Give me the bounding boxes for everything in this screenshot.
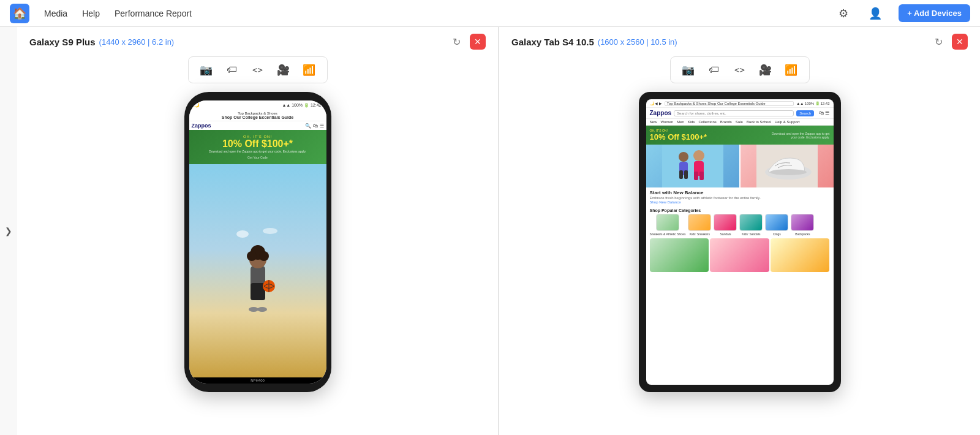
category-label-2: Sandals <box>720 232 731 236</box>
tablet-nav-collections[interactable]: Collections <box>698 120 716 124</box>
settings-icon[interactable]: ⚙ <box>835 5 852 22</box>
sidebar-toggle[interactable]: ❯ <box>0 27 17 435</box>
nav-link-media[interactable]: Media <box>44 9 67 18</box>
tablet-promo-left: OH, IT'S ON! 10% Off $100+* <box>650 129 707 142</box>
phone-toolbar: 📷 🏷 <> 🎥 📶 <box>188 56 328 83</box>
phone-ad-bar: Top Backpacks & Shoes Shop Our College E… <box>189 110 326 121</box>
tablet-promo-right: Download and open the Zappos app to get … <box>769 132 830 139</box>
tablet-nav-kids[interactable]: Kids <box>688 120 695 124</box>
tablet-new-balance-section: Start with New Balance Embrace fresh beg… <box>646 187 834 206</box>
category-item-1[interactable]: Kids' Sneakers <box>688 214 711 236</box>
tablet-nav-help[interactable]: Help & Support <box>775 120 800 124</box>
phone-refresh-icon[interactable]: ↻ <box>448 33 465 50</box>
category-item-5[interactable]: Backpacks <box>791 214 814 236</box>
devices-area: Galaxy S9 Plus (1440 x 2960 | 6.2 in) ↻ … <box>17 27 980 435</box>
category-item-2[interactable]: Sandals <box>714 214 737 236</box>
device-panel-phone: Galaxy S9 Plus (1440 x 2960 | 6.2 in) ↻ … <box>17 27 499 435</box>
category-thumb-5 <box>791 214 814 231</box>
tablet-section-sub: Embrace fresh beginnings with athletic f… <box>650 196 830 200</box>
svg-point-23 <box>770 169 807 175</box>
device-panel-tablet: Galaxy Tab S4 10.5 (1600 x 2560 | 10.5 i… <box>499 27 980 435</box>
phone-promo-cta: Get Your Code <box>193 156 323 159</box>
category-thumb-4 <box>765 214 788 231</box>
svg-point-7 <box>259 251 269 261</box>
tablet-device-specs: (1600 x 2560 | 10.5 in) <box>598 37 677 47</box>
account-icon[interactable]: 👤 <box>867 5 884 22</box>
tablet-categories-title: Shop Popular Categories <box>646 206 834 214</box>
phone-toolbar-wifi[interactable]: 📶 <box>300 61 318 79</box>
tablet-refresh-icon[interactable]: ↻ <box>930 33 947 50</box>
category-thumb-0 <box>656 214 679 231</box>
tablet-url-bar[interactable]: Top Backpacks & Shoes Shop Our College E… <box>665 101 794 106</box>
tablet-header-actions: ↻ ✕ <box>930 33 968 50</box>
tablet-zappos-logo: Zappos <box>650 110 672 116</box>
tablet-bottom-image-1 <box>650 238 709 272</box>
tablet-zappos-header: Zappos Search 🛍 ☰ <box>646 108 834 119</box>
svg-rect-16 <box>684 170 688 179</box>
main-area: ❯ Galaxy S9 Plus (1440 x 2960 | 6.2 in) … <box>0 27 980 435</box>
category-label-5: Backpacks <box>795 232 810 236</box>
tablet-nav-brands[interactable]: Brands <box>720 120 732 124</box>
svg-point-10 <box>249 307 258 312</box>
nav-link-performance-report[interactable]: Performance Report <box>115 9 192 18</box>
phone-promo-banner: OH, IT'S ON! 10% Off $100+* Download and… <box>189 130 326 164</box>
svg-point-6 <box>247 251 257 261</box>
tablet-nav-new[interactable]: New <box>650 120 657 124</box>
category-label-0: Sneakers & Athletic Shoes <box>650 232 686 236</box>
tablet-nav-women[interactable]: Women <box>661 120 674 124</box>
tablet-sneaker-svg <box>741 145 834 187</box>
category-item-3[interactable]: Kids' Sandals <box>739 214 763 236</box>
nav-link-help[interactable]: Help <box>82 9 100 18</box>
tablet-grid-image-1 <box>646 145 739 187</box>
home-icon: 🏠 <box>13 7 26 20</box>
tablet-nav-sale[interactable]: Sale <box>736 120 743 124</box>
phone-toolbar-screenshot[interactable]: 📷 <box>197 61 216 79</box>
tablet-toolbar-video[interactable]: 🎥 <box>756 61 775 79</box>
tablet-bottom-image-2 <box>710 238 769 272</box>
tablet-nav-bar: New Women Men Kids Collections Brands Sa… <box>646 119 834 126</box>
phone-toolbar-video[interactable]: 🎥 <box>274 61 293 79</box>
tablet-toolbar-tag[interactable]: 🏷 <box>705 61 723 79</box>
add-devices-button[interactable]: + Add Devices <box>899 4 970 22</box>
tablet-search-input[interactable] <box>674 110 794 116</box>
svg-rect-19 <box>694 172 698 180</box>
tablet-search-button[interactable]: Search <box>796 110 814 116</box>
tablet-section-title: Start with New Balance <box>650 190 830 195</box>
category-thumb-2 <box>714 214 737 231</box>
phone-promo-headline: 10% Off $100+* <box>193 138 323 149</box>
phone-device-specs: (1440 x 2960 | 6.2 in) <box>99 37 175 47</box>
phone-close-button[interactable]: ✕ <box>470 34 486 50</box>
tablet-toolbar-wifi[interactable]: 📶 <box>782 61 801 79</box>
tablet-grid-image-2 <box>741 145 834 187</box>
tablet-image-grid <box>646 145 834 187</box>
category-thumb-3 <box>739 214 763 231</box>
phone-zappos-logo: Zappos <box>192 123 211 129</box>
phone-toolbar-tag[interactable]: 🏷 <box>223 61 241 79</box>
tablet-nav-men[interactable]: Men <box>677 120 684 124</box>
home-logo[interactable]: 🏠 <box>10 4 29 23</box>
tablet-toolbar: 📷 🏷 <> 🎥 📶 <box>670 56 810 83</box>
tablet-bottom-image-3 <box>771 238 830 272</box>
tablet-toolbar-screenshot[interactable]: 📷 <box>679 61 698 79</box>
device-header-tablet: Galaxy Tab S4 10.5 (1600 x 2560 | 10.5 i… <box>511 33 968 50</box>
category-thumb-1 <box>688 214 711 231</box>
category-label-3: Kids' Sandals <box>742 232 760 236</box>
svg-rect-12 <box>662 145 723 187</box>
category-item-0[interactable]: Sneakers & Athletic Shoes <box>650 214 686 236</box>
phone-header-actions: ↻ ✕ <box>448 33 486 50</box>
phone-nav-icons: 🔍🛍☰ <box>305 123 324 129</box>
tablet-section-link[interactable]: Shop New Balance <box>650 200 830 204</box>
category-item-4[interactable]: Clogs <box>765 214 788 236</box>
tablet-nav-back-to-school[interactable]: Back to School <box>747 120 771 124</box>
svg-point-13 <box>679 152 688 162</box>
tablet-device-name: Galaxy Tab S4 10.5 <box>511 37 594 47</box>
device-header-phone: Galaxy S9 Plus (1440 x 2960 | 6.2 in) ↻ … <box>29 33 486 50</box>
category-label-1: Kids' Sneakers <box>690 232 710 236</box>
tablet-close-button[interactable]: ✕ <box>952 34 968 50</box>
phone-toolbar-code[interactable]: <> <box>249 61 267 79</box>
svg-point-17 <box>693 150 704 161</box>
tablet-categories-list: Sneakers & Athletic Shoes Kids' Sneakers… <box>646 214 834 238</box>
tablet-toolbar-code[interactable]: <> <box>731 61 749 79</box>
tablet-topbar: 🌙 ◀ ▶ Top Backpacks & Shoes Shop Our Col… <box>646 99 834 108</box>
category-label-4: Clogs <box>773 232 781 236</box>
